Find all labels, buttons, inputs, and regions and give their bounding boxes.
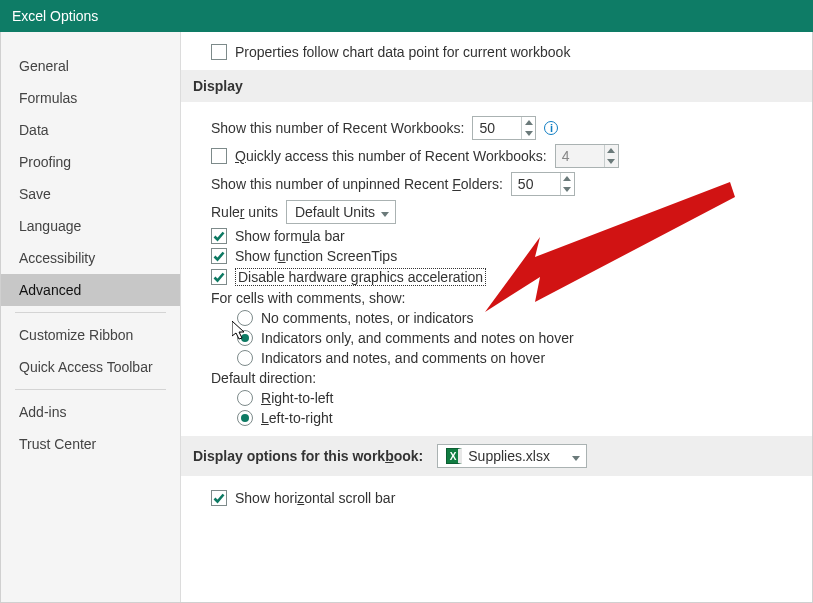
sidebar: General Formulas Data Proofing Save Lang…	[1, 32, 181, 602]
sidebar-item-proofing[interactable]: Proofing	[1, 146, 180, 178]
svg-marker-3	[607, 159, 615, 164]
sidebar-item-accessibility[interactable]: Accessibility	[1, 242, 180, 274]
quick-access-recent-value	[556, 145, 604, 167]
svg-marker-6	[381, 212, 389, 217]
disable-hardware-accel-checkbox[interactable]	[211, 269, 227, 285]
sidebar-item-trust-center[interactable]: Trust Center	[1, 428, 180, 460]
svg-marker-0	[525, 120, 533, 125]
properties-follow-checkbox[interactable]	[211, 44, 227, 60]
show-horizontal-scrollbar-checkbox[interactable]	[211, 490, 227, 506]
sidebar-item-customize-ribbon[interactable]: Customize Ribbon	[1, 319, 180, 351]
section-workbook-header: Display options for this workbook: X Sup…	[181, 436, 812, 476]
show-horizontal-scrollbar-label: Show horizontal scroll bar	[235, 490, 395, 506]
section-display-header: Display	[181, 70, 812, 102]
chevron-down-icon	[381, 204, 389, 220]
chevron-up-icon[interactable]	[561, 173, 574, 184]
properties-follow-label: Properties follow chart data point for c…	[235, 44, 570, 60]
comments-none-label: No comments, notes, or indicators	[261, 310, 473, 326]
recent-folders-spinner[interactable]	[511, 172, 575, 196]
content-pane: Properties follow chart data point for c…	[181, 32, 812, 602]
excel-file-icon: X	[446, 448, 462, 464]
window-title: Excel Options	[12, 8, 98, 24]
quick-access-recent-label: Quickly access this number of Recent Wor…	[235, 148, 547, 164]
disable-hardware-accel-label: Disable hardware graphics acceleration	[235, 268, 486, 286]
ruler-units-combo[interactable]: Default Units	[286, 200, 396, 224]
sidebar-item-language[interactable]: Language	[1, 210, 180, 242]
direction-rtl-radio[interactable]	[237, 390, 253, 406]
chevron-up-icon[interactable]	[522, 117, 535, 128]
show-formula-bar-label: Show formula bar	[235, 228, 345, 244]
spinner-arrows[interactable]	[560, 173, 574, 195]
sidebar-separator	[15, 312, 166, 313]
comments-none-radio[interactable]	[237, 310, 253, 326]
recent-workbooks-label: Show this number of Recent Workbooks:	[211, 120, 464, 136]
chevron-down-icon[interactable]	[522, 128, 535, 139]
sidebar-item-save[interactable]: Save	[1, 178, 180, 210]
direction-ltr-radio[interactable]	[237, 410, 253, 426]
workbook-section-label: Display options for this workbook:	[193, 448, 423, 464]
spinner-arrows	[604, 145, 618, 167]
svg-marker-5	[563, 187, 571, 192]
sidebar-separator	[15, 389, 166, 390]
svg-marker-7	[572, 456, 580, 461]
window-titlebar: Excel Options	[0, 0, 813, 32]
sidebar-item-quick-access-toolbar[interactable]: Quick Access Toolbar	[1, 351, 180, 383]
svg-marker-1	[525, 131, 533, 136]
quick-access-recent-checkbox[interactable]	[211, 148, 227, 164]
ruler-units-label: Ruler units	[211, 204, 278, 220]
chevron-down-icon[interactable]	[561, 184, 574, 195]
svg-marker-4	[563, 176, 571, 181]
comments-show-heading: For cells with comments, show:	[211, 290, 406, 306]
recent-folders-value[interactable]	[512, 173, 560, 195]
comments-indicators-notes-radio[interactable]	[237, 350, 253, 366]
show-formula-bar-checkbox[interactable]	[211, 228, 227, 244]
chevron-down-icon	[605, 156, 618, 167]
show-function-screentips-checkbox[interactable]	[211, 248, 227, 264]
comments-indicators-notes-label: Indicators and notes, and comments on ho…	[261, 350, 545, 366]
sidebar-item-general[interactable]: General	[1, 50, 180, 82]
workbook-name: Supplies.xlsx	[468, 448, 550, 464]
workbook-select-combo[interactable]: X Supplies.xlsx	[437, 444, 587, 468]
show-function-screentips-label: Show function ScreenTips	[235, 248, 397, 264]
spinner-arrows[interactable]	[521, 117, 535, 139]
sidebar-item-advanced[interactable]: Advanced	[1, 274, 180, 306]
sidebar-item-formulas[interactable]: Formulas	[1, 82, 180, 114]
comments-indicators-only-radio[interactable]	[237, 330, 253, 346]
direction-rtl-label: Right-to-left	[261, 390, 333, 406]
quick-access-recent-spinner	[555, 144, 619, 168]
comments-indicators-only-label: Indicators only, and comments and notes …	[261, 330, 574, 346]
sidebar-item-add-ins[interactable]: Add-ins	[1, 396, 180, 428]
info-icon[interactable]: i	[544, 121, 558, 135]
chevron-up-icon	[605, 145, 618, 156]
recent-workbooks-spinner[interactable]	[472, 116, 536, 140]
chevron-down-icon	[572, 448, 580, 464]
svg-marker-2	[607, 148, 615, 153]
ruler-units-value: Default Units	[295, 204, 375, 220]
default-direction-heading: Default direction:	[211, 370, 316, 386]
recent-folders-label: Show this number of unpinned Recent Fold…	[211, 176, 503, 192]
sidebar-item-data[interactable]: Data	[1, 114, 180, 146]
options-dialog: General Formulas Data Proofing Save Lang…	[0, 32, 813, 603]
recent-workbooks-value[interactable]	[473, 117, 521, 139]
direction-ltr-label: Left-to-right	[261, 410, 333, 426]
